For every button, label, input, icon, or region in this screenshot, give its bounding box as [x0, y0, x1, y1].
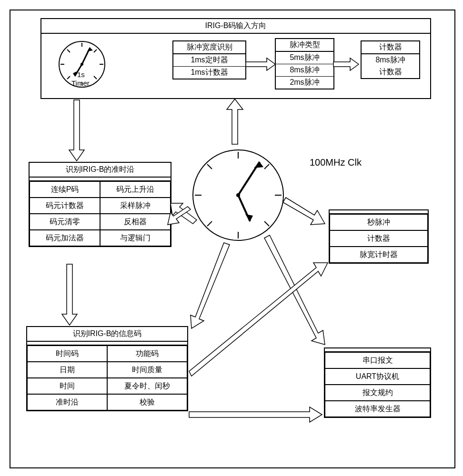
top-col1-r1: 脉冲宽度识别	[173, 41, 245, 54]
info-l1: 日期	[27, 362, 107, 378]
info-l2: 时间	[27, 378, 107, 394]
edge-r2: 反相器	[100, 214, 171, 230]
info-r2: 夏令时、闰秒	[107, 378, 187, 394]
center-clock-label: 100MHz Clk	[310, 157, 362, 168]
uart-r1: UART协议机	[325, 368, 430, 385]
top-col3-header: 计数器	[362, 41, 419, 54]
timer-1s-label-1: 1s	[77, 70, 85, 79]
block-info: 识别IRIG-B的信息码 时间码 功能码 日期 时间质量 时间 夏令时、闰秒 准…	[26, 326, 188, 411]
info-r1: 时间质量	[107, 362, 187, 378]
top-col2-r3: 2ms脉冲	[276, 77, 333, 89]
info-l0: 时间码	[27, 346, 107, 362]
top-col2-header: 脉冲类型	[276, 39, 333, 52]
edge-l0: 连续P码	[30, 181, 100, 198]
edge-r3: 与逻辑门	[100, 230, 171, 246]
info-l3: 准时沿	[27, 394, 107, 410]
block-uart: 串口报文 UART协议机 报文规约 波特率发生器	[324, 347, 431, 418]
uart-r0: 串口报文	[325, 352, 430, 368]
block-edge-title: 识别IRIG-B的准时沿	[30, 163, 171, 178]
pulse-r0: 秒脉冲	[330, 214, 428, 230]
block-edge: 识别IRIG-B的准时沿 连续P码 码元上升沿 码元计数器 采样脉冲 码元清零 …	[29, 162, 171, 247]
diagram-canvas: IRIG-B码输入方向	[0, 0, 463, 476]
edge-r1: 采样脉冲	[100, 198, 171, 214]
top-col3: 计数器 8ms脉冲 计数器	[361, 40, 420, 79]
top-col1-r2: 1ms定时器	[173, 54, 245, 67]
edge-l2: 码元清零	[30, 214, 100, 230]
top-col2: 脉冲类型 5ms脉冲 8ms脉冲 2ms脉冲	[275, 38, 334, 89]
info-r0: 功能码	[107, 346, 187, 362]
center-clock-icon	[188, 145, 288, 247]
top-col3-r1: 8ms脉冲	[362, 54, 419, 66]
uart-r2: 报文规约	[325, 385, 430, 401]
top-col1: 脉冲宽度识别 1ms定时器 1ms计数器	[172, 40, 246, 79]
top-col2-r1: 5ms脉冲	[276, 52, 333, 64]
svg-point-27	[236, 193, 240, 197]
top-col2-r2: 8ms脉冲	[276, 64, 333, 77]
top-block: IRIG-B码输入方向	[40, 18, 431, 99]
timer-1s-label-2: Timer	[71, 79, 90, 87]
info-r3: 校验	[107, 394, 187, 410]
block-info-title: 识别IRIG-B的信息码	[27, 327, 187, 342]
edge-r0: 码元上升沿	[100, 181, 171, 198]
pulse-r2: 脉宽计时器	[330, 247, 428, 263]
top-block-title: IRIG-B码输入方向	[41, 19, 430, 34]
edge-l3: 码元加法器	[30, 230, 100, 246]
svg-point-13	[81, 63, 83, 66]
pulse-r1: 计数器	[330, 230, 428, 247]
top-col3-r2: 计数器	[362, 66, 419, 78]
block-pulse: 秒脉冲 计数器 脉宽计时器	[329, 209, 429, 264]
edge-l1: 码元计数器	[30, 198, 100, 214]
uart-r3: 波特率发生器	[325, 401, 430, 417]
top-col1-r3: 1ms计数器	[173, 67, 245, 79]
